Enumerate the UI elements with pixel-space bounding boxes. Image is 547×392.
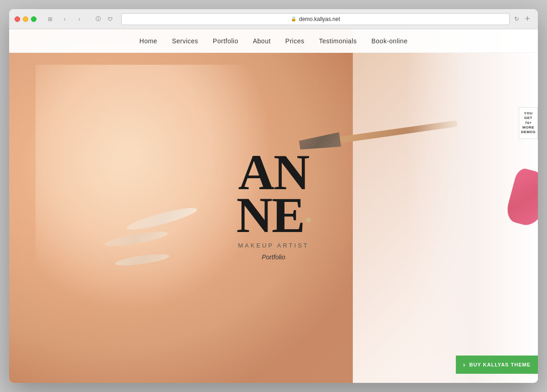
nav-item-services[interactable]: Services [172, 37, 198, 45]
nav-item-about[interactable]: About [253, 37, 271, 45]
hero-name: AN NE [237, 151, 311, 237]
promo-line4: DEMOS [521, 130, 536, 134]
nav-item-home[interactable]: Home [139, 37, 157, 45]
hero-section: AN NE MAKEUP ARTIST Portfolio YOU GET 70… [9, 29, 538, 383]
nav-item-book-online[interactable]: Book-online [372, 37, 408, 45]
hero-background: AN NE MAKEUP ARTIST Portfolio YOU GET 70… [9, 29, 538, 383]
nav-item-prices[interactable]: Prices [285, 37, 304, 45]
back-button[interactable]: ‹ [58, 15, 71, 24]
hero-portfolio-link[interactable]: Portfolio [237, 253, 311, 261]
nav-link-testimonials[interactable]: Testimonials [319, 37, 357, 45]
nav-link-prices[interactable]: Prices [285, 37, 304, 45]
browser-icon-group: ⓘ 🛡 [93, 14, 115, 24]
browser-window: ⊞ ‹ › ⓘ 🛡 🔒 demo.kallyas.net ↻ + Home [9, 9, 538, 383]
minimize-button[interactable] [23, 16, 28, 22]
website-content: Home Services Portfolio About Prices Tes… [9, 29, 538, 383]
nav-link-home[interactable]: Home [139, 37, 157, 45]
nav-links-list: Home Services Portfolio About Prices Tes… [139, 37, 408, 45]
browser-nav-controls: ⊞ ‹ › [44, 15, 86, 24]
shield-icon[interactable]: 🛡 [105, 14, 115, 24]
nav-link-services[interactable]: Services [172, 37, 198, 45]
browser-titlebar: ⊞ ‹ › ⓘ 🛡 🔒 demo.kallyas.net ↻ + [9, 9, 538, 29]
hero-text-overlay: AN NE MAKEUP ARTIST Portfolio [237, 151, 311, 261]
promo-badge[interactable]: YOU GET 70+ MORE DEMOS [519, 107, 538, 139]
maximize-button[interactable] [31, 16, 36, 22]
buy-theme-arrow-icon: › [463, 361, 466, 368]
buy-theme-button[interactable]: › BUY KALLYAS THEME [456, 356, 538, 374]
nav-item-testimonials[interactable]: Testimonials [319, 37, 357, 45]
info-icon[interactable]: ⓘ [93, 14, 103, 24]
traffic-lights [15, 16, 36, 22]
url-text: demo.kallyas.net [299, 16, 340, 22]
site-navigation: Home Services Portfolio About Prices Tes… [9, 29, 538, 53]
new-tab-button[interactable]: + [522, 14, 532, 24]
refresh-button[interactable]: ↻ [511, 14, 521, 24]
nav-link-portfolio[interactable]: Portfolio [213, 37, 238, 45]
promo-line1: YOU GET [524, 111, 533, 120]
dot-accent-icon [306, 218, 310, 222]
hero-name-line2: NE [237, 194, 311, 237]
promo-line2: 70+ [525, 121, 532, 125]
lock-icon: 🔒 [291, 16, 296, 21]
nav-link-about[interactable]: About [253, 37, 271, 45]
buy-theme-label: BUY KALLYAS THEME [469, 362, 531, 367]
sidebar-toggle-button[interactable]: ⊞ [44, 15, 57, 24]
close-button[interactable] [15, 16, 20, 22]
nav-item-portfolio[interactable]: Portfolio [213, 37, 238, 45]
hero-subtitle: MAKEUP ARTIST [237, 242, 311, 249]
address-bar[interactable]: 🔒 demo.kallyas.net [121, 13, 510, 25]
nav-link-book-online[interactable]: Book-online [372, 37, 408, 45]
promo-line3: MORE [522, 125, 534, 129]
address-bar-wrapper: 🔒 demo.kallyas.net ↻ + [121, 13, 532, 25]
forward-button[interactable]: › [73, 15, 86, 24]
